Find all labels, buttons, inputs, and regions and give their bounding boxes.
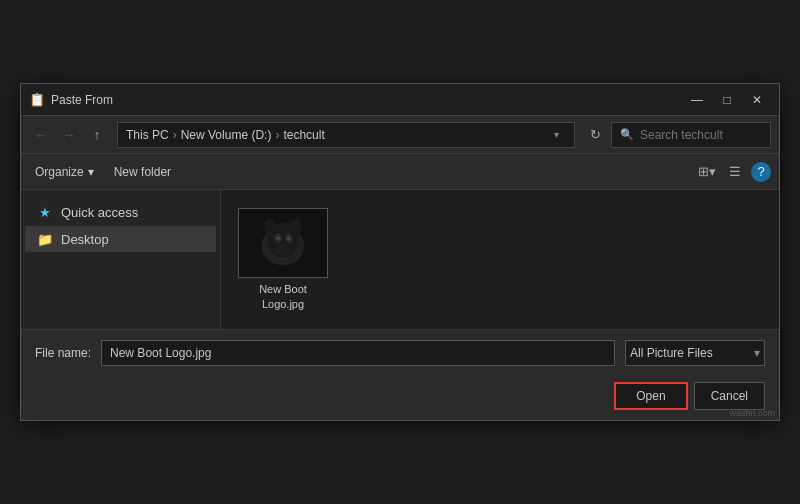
toolbar: Organize ▾ New folder ⊞▾ ☰ ? <box>21 154 779 190</box>
filetype-chevron-icon: ▾ <box>754 346 760 360</box>
close-button[interactable]: ✕ <box>743 89 771 111</box>
view-grid-icon: ⊞▾ <box>698 164 716 179</box>
search-input[interactable] <box>640 128 790 142</box>
open-button[interactable]: Open <box>614 382 687 410</box>
help-button[interactable]: ? <box>751 162 771 182</box>
title-bar: 📋 Paste From — □ ✕ <box>21 84 779 116</box>
refresh-button[interactable]: ↻ <box>583 123 607 147</box>
search-icon: 🔍 <box>620 128 634 141</box>
desktop-folder-icon: 📁 <box>37 231 53 247</box>
sidebar: ★ Quick access 📁 Desktop <box>21 190 221 329</box>
file-item[interactable]: New Boot Logo.jpg <box>233 202 333 317</box>
organize-label: Organize <box>35 165 84 179</box>
dialog-title: Paste From <box>51 93 683 107</box>
sidebar-item-quick-access[interactable]: ★ Quick access <box>25 199 216 225</box>
view-mode-button-2[interactable]: ☰ <box>723 160 747 184</box>
filename-input[interactable] <box>101 340 615 366</box>
window-controls: — □ ✕ <box>683 89 771 111</box>
view-mode-button-1[interactable]: ⊞▾ <box>695 160 719 184</box>
sidebar-item-label-quick-access: Quick access <box>61 205 138 220</box>
watermark: washn.com <box>729 408 775 418</box>
new-folder-label: New folder <box>114 165 171 179</box>
dialog-icon: 📋 <box>29 92 45 108</box>
address-chevron-icon[interactable]: ▾ <box>546 125 566 145</box>
sidebar-item-label-desktop: Desktop <box>61 232 109 247</box>
nav-bar: ← → ↑ This PC › New Volume (D:) › techcu… <box>21 116 779 154</box>
filename-label: File name: <box>35 346 91 360</box>
address-bar[interactable]: This PC › New Volume (D:) › techcult ▾ <box>117 122 575 148</box>
breadcrumb-drive: New Volume (D:) <box>181 128 272 142</box>
quick-access-icon: ★ <box>37 204 53 220</box>
filetype-select[interactable]: All Picture Files ▾ <box>625 340 765 366</box>
search-box[interactable]: 🔍 <box>611 122 771 148</box>
bottom-bar: File name: All Picture Files ▾ <box>21 329 779 376</box>
filetype-label: All Picture Files <box>630 346 713 360</box>
main-file-area[interactable]: New Boot Logo.jpg <box>221 190 779 329</box>
cancel-button[interactable]: Cancel <box>694 382 765 410</box>
back-button[interactable]: ← <box>29 123 53 147</box>
help-icon: ? <box>757 164 764 179</box>
file-name: New Boot Logo.jpg <box>239 282 327 311</box>
svg-point-7 <box>276 236 280 240</box>
toolbar-right: ⊞▾ ☰ ? <box>695 160 771 184</box>
breadcrumb-pc: This PC <box>126 128 169 142</box>
content-area: ★ Quick access 📁 Desktop <box>21 190 779 329</box>
breadcrumb-folder: techcult <box>283 128 324 142</box>
maximize-button[interactable]: □ <box>713 89 741 111</box>
forward-button[interactable]: → <box>57 123 81 147</box>
up-button[interactable]: ↑ <box>85 123 109 147</box>
breadcrumb: This PC › New Volume (D:) › techcult <box>126 128 546 142</box>
organize-button[interactable]: Organize ▾ <box>29 162 100 182</box>
action-buttons: Open Cancel <box>21 382 779 420</box>
organize-chevron-icon: ▾ <box>88 165 94 179</box>
view-list-icon: ☰ <box>729 164 741 179</box>
svg-point-8 <box>287 236 291 240</box>
new-folder-button[interactable]: New folder <box>108 162 177 182</box>
file-thumbnail <box>238 208 328 278</box>
svg-point-9 <box>275 244 291 256</box>
minimize-button[interactable]: — <box>683 89 711 111</box>
sidebar-item-desktop[interactable]: 📁 Desktop <box>25 226 216 252</box>
